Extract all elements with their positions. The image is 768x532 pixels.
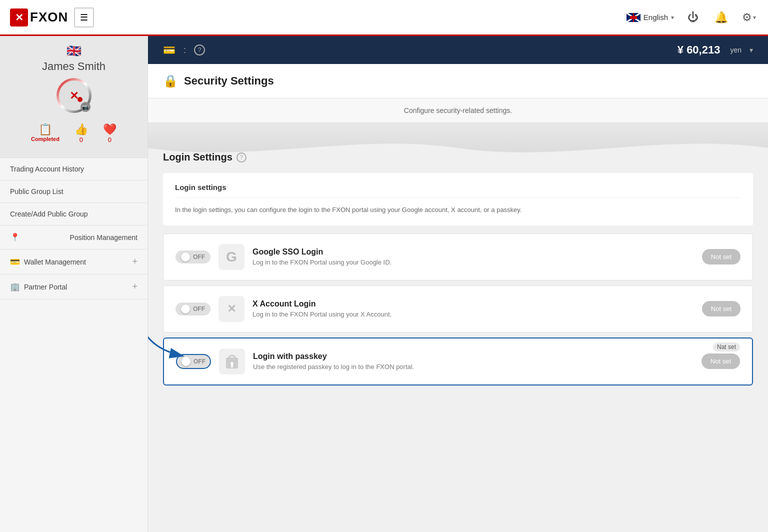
google-service-name: Google SSO Login xyxy=(252,248,694,256)
section-title-wrapper: Login Settings ? xyxy=(163,152,246,163)
lock-icon: 🔒 xyxy=(163,74,178,88)
page-description: Configure security-related settings. xyxy=(148,98,768,123)
passkey-not-set-button[interactable]: Not set xyxy=(702,354,740,369)
balance-unit: yen xyxy=(730,46,742,54)
balance-chevron-icon[interactable]: ▾ xyxy=(750,46,753,54)
sidebar-item-position-management[interactable]: 📍 Position Management xyxy=(0,226,148,250)
camera-button[interactable]: 📷 xyxy=(80,102,90,112)
sidebar-profile: 🇬🇧 James Smith ✕ 📷 📋 Completed xyxy=(0,36,148,158)
passkey-service-info: Login with passkey Use the registered pa… xyxy=(253,352,694,370)
svg-rect-10 xyxy=(231,365,233,368)
favorites-count: 0 xyxy=(103,136,116,144)
section-title-area: Login Settings ? xyxy=(163,142,246,163)
logo-text: FXON xyxy=(30,10,68,25)
settings-chevron-icon: ▾ xyxy=(753,14,756,21)
language-label: English xyxy=(644,13,668,22)
login-settings-subtitle: Login settings xyxy=(175,183,741,198)
partner-icon: 🏢 xyxy=(10,282,20,292)
sidebar-item-partner-portal[interactable]: 🏢 Partner Portal + xyxy=(0,274,148,300)
x-account-icon: ✕ xyxy=(224,302,238,316)
google-sso-option: OFF G Google SSO Login Log in to the FXO… xyxy=(163,234,753,280)
x-toggle[interactable]: OFF xyxy=(176,302,210,316)
svg-text:✕: ✕ xyxy=(227,302,236,315)
google-toggle-label: OFF xyxy=(193,254,205,260)
notifications-button[interactable]: 🔔 xyxy=(712,8,730,26)
sidebar-item-public-group-list[interactable]: Public Group List xyxy=(0,180,148,203)
power-button[interactable]: ⏻ xyxy=(684,8,702,26)
partner-portal-label: Partner Portal xyxy=(24,283,67,291)
nat-set-label: Nat set xyxy=(713,342,740,352)
x-icon-wrapper: ✕ xyxy=(218,296,244,322)
sidebar-item-wallet-management[interactable]: 💳 Wallet Management + xyxy=(0,250,148,274)
balance-bar: 💳 : ? ¥ 60,213 yen ▾ xyxy=(148,36,768,64)
logo: ✕ FXON xyxy=(10,8,68,26)
login-options-container: OFF G Google SSO Login Log in to the FXO… xyxy=(163,234,753,386)
gear-icon: ⚙ xyxy=(742,11,752,24)
completed-icon: 📋 xyxy=(31,123,60,136)
profile-name: James Smith xyxy=(8,60,140,73)
svg-point-4 xyxy=(78,97,82,102)
passkey-service-description: Use the registered passkey to log in to … xyxy=(253,363,694,370)
completed-label: Completed xyxy=(31,136,60,142)
language-selector[interactable]: English ▾ xyxy=(626,13,674,22)
wallet-plus-icon[interactable]: + xyxy=(132,256,138,267)
google-service-description: Log in to the FXON Portal using your Goo… xyxy=(252,258,694,266)
svg-text:✕: ✕ xyxy=(70,90,78,102)
x-toggle-label: OFF xyxy=(193,306,205,312)
trading-account-history-label: Trading Account History xyxy=(10,165,84,173)
x-service-info: X Account Login Log in to the FXON Porta… xyxy=(252,300,694,318)
bell-icon: 🔔 xyxy=(714,11,728,24)
x-not-set-button[interactable]: Not set xyxy=(702,301,740,316)
top-navigation: ✕ FXON ☰ English ▾ ⏻ 🔔 ⚙ ▾ xyxy=(0,0,768,36)
passkey-button-area: Not set Nat set xyxy=(702,354,740,369)
help-icon[interactable]: ? xyxy=(236,152,246,162)
logo-area: ✕ FXON ☰ xyxy=(10,8,94,28)
favorites-icon: ❤️ xyxy=(103,123,116,136)
likes-icon: 👍 xyxy=(74,123,88,136)
stat-completed[interactable]: 📋 Completed xyxy=(31,123,60,144)
stat-likes[interactable]: 👍 0 xyxy=(74,123,88,144)
settings-section: Login settings In the login settings, yo… xyxy=(148,163,768,400)
profile-stats: 📋 Completed 👍 0 ❤️ 0 xyxy=(8,117,140,150)
sidebar-navigation: Trading Account History Public Group Lis… xyxy=(0,158,148,300)
likes-count: 0 xyxy=(74,136,88,144)
passkey-icon xyxy=(224,352,240,372)
question-mark-icon[interactable]: ? xyxy=(194,44,205,56)
nav-right: English ▾ ⏻ 🔔 ⚙ ▾ xyxy=(626,8,758,26)
hamburger-icon: ☰ xyxy=(80,12,88,23)
toggle-circle-x xyxy=(181,304,190,314)
google-not-set-button[interactable]: Not set xyxy=(702,249,740,264)
stat-favorites[interactable]: ❤️ 0 xyxy=(103,123,116,144)
main-content: 💳 : ? ¥ 60,213 yen ▾ 🔒 Security Settings… xyxy=(148,36,768,532)
sidebar-item-trading-account-history[interactable]: Trading Account History xyxy=(0,158,148,180)
balance-amount: ¥ 60,213 xyxy=(678,44,720,56)
settings-button[interactable]: ⚙ ▾ xyxy=(740,8,758,26)
arrow-annotation xyxy=(148,324,203,366)
login-settings-description: In the login settings, you can configure… xyxy=(175,205,741,216)
uk-flag-icon xyxy=(626,13,640,22)
wallet-management-label: Wallet Management xyxy=(24,258,86,266)
login-settings-card: Login settings In the login settings, yo… xyxy=(163,173,753,226)
google-icon: G xyxy=(226,249,237,265)
login-settings-title: Login Settings xyxy=(163,152,232,163)
position-icon: 📍 xyxy=(10,232,20,242)
x-service-name: X Account Login xyxy=(252,300,694,308)
wave-section: Login Settings ? xyxy=(148,123,768,163)
sidebar: 🇬🇧 James Smith ✕ 📷 📋 Completed xyxy=(0,36,148,532)
partner-plus-icon[interactable]: + xyxy=(132,282,138,292)
profile-flag: 🇬🇧 xyxy=(8,44,140,58)
page-title: Security Settings xyxy=(184,74,274,88)
x-account-option: OFF ✕ X Account Login Log in to the FXON… xyxy=(163,286,753,332)
position-management-label: Position Management xyxy=(70,234,138,242)
balance-divider: : xyxy=(184,45,186,56)
wallet-icon: 💳 xyxy=(10,257,20,266)
x-service-description: Log in to the FXON Portal using your X A… xyxy=(252,310,694,318)
public-group-list-label: Public Group List xyxy=(10,188,64,196)
passkey-icon-wrapper xyxy=(219,348,245,374)
hamburger-button[interactable]: ☰ xyxy=(74,8,94,28)
partner-portal-inner: 🏢 Partner Portal xyxy=(10,282,67,292)
google-toggle[interactable]: OFF xyxy=(176,250,210,264)
arrow-svg xyxy=(148,324,203,364)
sidebar-item-create-public-group[interactable]: Create/Add Public Group xyxy=(0,203,148,226)
create-public-group-label: Create/Add Public Group xyxy=(10,210,88,218)
